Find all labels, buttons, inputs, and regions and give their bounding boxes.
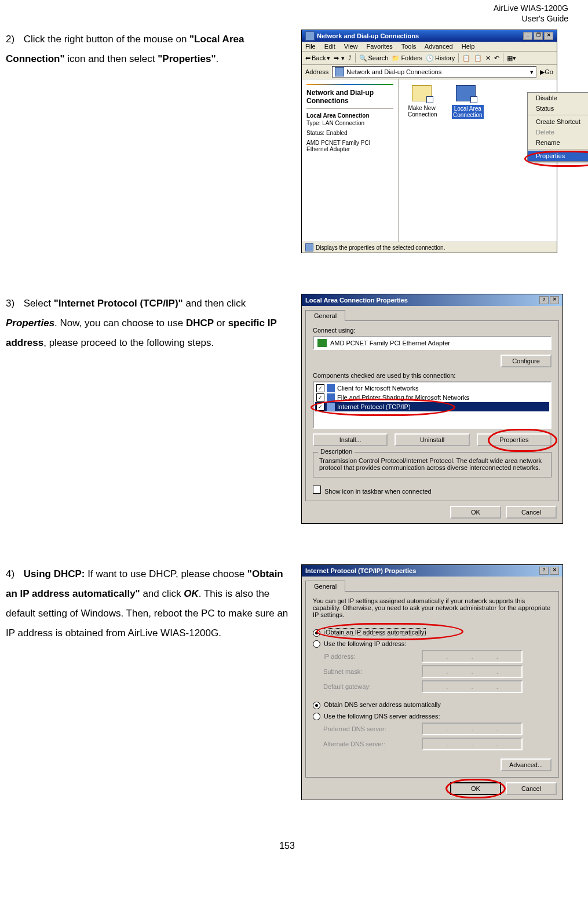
local-area-connection-icon[interactable]: Local Area Connection (452, 85, 480, 119)
context-menu: Disable Status Create Shortcut Delete Re… (527, 92, 588, 162)
w3-titlebar: Internet Protocol (TCP/IP) Properties ?✕ (302, 565, 563, 577)
side-h1: Local Area Connection (306, 112, 393, 119)
t: Properties (6, 318, 54, 329)
t: History (435, 54, 455, 61)
ok-button[interactable]: OK (450, 782, 501, 795)
up-button[interactable]: ⤴ (348, 54, 352, 61)
maximize-button[interactable]: ❐ (534, 32, 543, 40)
help-button[interactable]: ? (539, 296, 549, 304)
address-input[interactable]: Network and Dial-up Connections▾ (332, 66, 536, 78)
t: Network and Dial-up Connections (346, 68, 441, 75)
tool-icon[interactable]: 📋 (462, 54, 470, 62)
cancel-button[interactable]: Cancel (506, 782, 557, 795)
step2-num: 2) (6, 30, 21, 49)
close-button[interactable]: ✕ (550, 567, 559, 575)
make-new-connection-icon[interactable]: Make New Connection (408, 85, 436, 118)
step2-text: 2) Click the right button of the mouse o… (6, 30, 301, 69)
configure-button[interactable]: Configure (501, 355, 552, 367)
t: . Now, you can choose to use (54, 318, 186, 329)
t: Search (368, 54, 389, 61)
ctx-status[interactable]: Status (528, 103, 588, 114)
step4-text: 4) Using DHCP: If want to use DHCP, plea… (6, 564, 301, 643)
ctx-shortcut[interactable]: Create Shortcut (528, 116, 588, 127)
advanced-button[interactable]: Advanced... (501, 758, 552, 771)
menu-view[interactable]: View (344, 43, 358, 50)
t: Type: (306, 120, 320, 126)
t: Subnet mask: (323, 668, 422, 675)
ctx-disable[interactable]: Disable (528, 93, 588, 103)
close-button[interactable]: ✕ (544, 32, 553, 40)
radio-obtain-dns[interactable]: Obtain DNS server address automatically (313, 701, 552, 709)
checkbox-icon[interactable]: ✓ (316, 403, 324, 411)
header-guide: User's Guide (6, 14, 568, 24)
back-button[interactable]: ⬅ Back ▾ (305, 54, 330, 62)
tool-icon[interactable]: ✕ (485, 54, 491, 62)
views-button[interactable]: ▦▾ (507, 54, 516, 62)
t: Obtain an IP address automatically (324, 628, 426, 636)
menu-edit[interactable]: Edit (324, 43, 335, 50)
search-button[interactable]: 🔍Search (359, 54, 389, 62)
t: OK (184, 588, 199, 599)
uninstall-button[interactable]: Uninstall (395, 433, 469, 446)
folders-button[interactable]: 📁Folders (392, 54, 422, 62)
t: Internet Protocol (TCP/IP) (337, 403, 411, 410)
t: "Internet Protocol (TCP/IP)" (54, 298, 183, 309)
w3-title: Internet Protocol (TCP/IP) Properties (305, 567, 416, 574)
radio-icon[interactable] (313, 629, 320, 637)
w1-statusbar: Displays the properties of the selected … (302, 242, 557, 253)
radio-obtain-ip[interactable]: Obtain an IP address automatically (313, 629, 552, 637)
t: Obtain DNS server address automatically (324, 701, 441, 708)
radio-icon[interactable] (313, 713, 320, 720)
radio-use-ip[interactable]: Use the following IP address: (313, 640, 552, 648)
components-listbox[interactable]: ✓Client for Microsoft Networks ✓File and… (313, 381, 552, 429)
checkbox-icon[interactable]: ✓ (316, 384, 324, 392)
fwd-button[interactable]: ➡ ▾ (334, 54, 344, 62)
tool-icon[interactable]: ↶ (494, 54, 499, 62)
ctx-rename[interactable]: Rename (528, 137, 588, 148)
t: "Properties" (158, 53, 216, 64)
list-item[interactable]: ✓Client for Microsoft Networks (315, 384, 549, 393)
menu-advanced[interactable]: Advanced (425, 43, 453, 50)
menu-favorites[interactable]: Favorites (367, 43, 393, 50)
t: , please proceed to the following steps. (43, 337, 214, 348)
description-group: Description Transmission Control Protoco… (313, 452, 552, 477)
close-button[interactable]: ✕ (550, 296, 559, 304)
tool-icon[interactable]: 📋 (474, 54, 482, 62)
side-adapter: AMD PCNET Family PCI Ethernet Adapter (306, 140, 393, 152)
radio-icon[interactable] (313, 640, 320, 648)
list-item[interactable]: ✓File and Printer Sharing for Microsoft … (315, 393, 549, 402)
history-button[interactable]: 🕓History (426, 54, 455, 62)
w1-menubar[interactable]: File Edit View Favorites Tools Advanced … (302, 42, 557, 52)
ctx-delete: Delete (528, 127, 588, 137)
t: Enabled (326, 130, 348, 136)
help-button[interactable]: ? (539, 567, 549, 575)
tab-general[interactable]: General (305, 310, 345, 321)
t: Folders (401, 54, 422, 61)
show-icon-row[interactable]: Show icon in taskbar when connected (313, 486, 552, 495)
checkbox-icon[interactable]: ✓ (316, 393, 324, 402)
w2-title: Local Area Connection Properties (305, 297, 408, 304)
radio-use-dns[interactable]: Use the following DNS server addresses: (313, 713, 552, 721)
ok-button[interactable]: OK (450, 506, 501, 519)
minimize-button[interactable]: _ (523, 32, 532, 40)
t: Make New Connection (408, 105, 436, 118)
t: Status: (306, 130, 324, 136)
install-button[interactable]: Install... (313, 433, 388, 446)
ctx-properties[interactable]: Properties (528, 151, 588, 161)
t: Alternate DNS server: (323, 741, 422, 747)
w1-addressbar: Address Network and Dial-up Connections▾… (302, 65, 557, 79)
cancel-button[interactable]: Cancel (506, 506, 557, 519)
go-button[interactable]: ▶Go (540, 68, 553, 76)
menu-tools[interactable]: Tools (401, 43, 417, 50)
checkbox-icon[interactable] (313, 486, 321, 494)
fps-icon (327, 393, 335, 402)
tab-general[interactable]: General (305, 581, 345, 592)
list-item-tcpip[interactable]: ✓Internet Protocol (TCP/IP) (315, 402, 549, 411)
menu-help[interactable]: Help (462, 43, 475, 50)
properties-button[interactable]: Properties (477, 433, 552, 446)
t: Go (545, 68, 553, 75)
radio-icon[interactable] (313, 702, 320, 709)
address-label: Address (305, 68, 328, 75)
menu-file[interactable]: File (305, 43, 316, 50)
step3-body: Select "Internet Protocol (TCP/IP)" and … (6, 298, 276, 348)
